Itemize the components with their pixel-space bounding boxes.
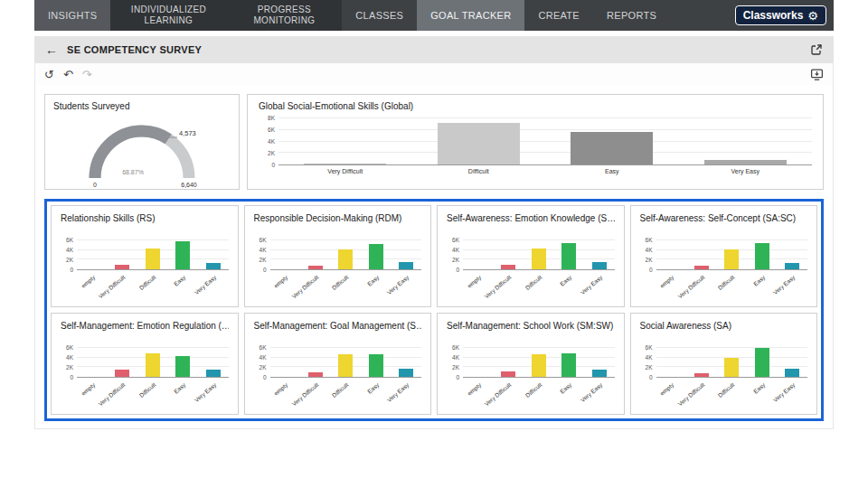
bar-easy[interactable]: [561, 243, 576, 269]
competency-card-self-concept[interactable]: Self-Awareness: Self-Concept (SA:SC) 6K4…: [630, 205, 818, 307]
bar-easy[interactable]: [369, 244, 383, 269]
bar-very-easy[interactable]: [785, 369, 799, 377]
bar-very-easy[interactable]: [704, 160, 787, 164]
bar-slot: [198, 236, 229, 269]
bar-difficult[interactable]: [724, 358, 739, 377]
x-tick-label: empty: [466, 274, 482, 289]
bar-very-easy[interactable]: [399, 262, 413, 269]
nav-goal-tracker[interactable]: GOAL TRACKER: [417, 0, 524, 31]
bar-very-difficult[interactable]: [308, 266, 323, 269]
card-title: Relationship Skills (RS): [61, 213, 229, 223]
bar-difficult[interactable]: [532, 354, 546, 377]
bar-very-easy[interactable]: [206, 370, 221, 377]
y-axis: 8K6K4K2K0: [259, 118, 278, 165]
competency-card-emotion-regulation[interactable]: Self-Management: Emotion Regulation (… 6…: [51, 313, 239, 415]
x-axis-labels: emptyVery DifficultDifficultEasyVery Eas…: [463, 378, 615, 401]
redo-icon[interactable]: ↷: [82, 69, 92, 80]
bar-easy[interactable]: [175, 241, 190, 269]
back-arrow-icon[interactable]: ←: [45, 42, 58, 57]
competency-bar-chart: 6K4K2K0emptyVery DifficultDifficultEasyV…: [254, 343, 422, 401]
bar-difficult[interactable]: [146, 249, 160, 269]
bar-very-difficult[interactable]: [694, 266, 709, 269]
x-axis-labels: emptyVery DifficultDifficultEasyVery Eas…: [270, 270, 422, 294]
selection-highlight: Relationship Skills (RS) 6K4K2K0emptyVer…: [44, 199, 824, 421]
bar-slot: [584, 343, 615, 377]
bar-very-difficult[interactable]: [115, 265, 129, 269]
competency-card-goal-management[interactable]: Self-Management: Goal Management (S… 6K4…: [244, 313, 432, 415]
y-tick-label: 2K: [646, 258, 653, 264]
bar-easy[interactable]: [175, 356, 190, 377]
open-in-new-icon[interactable]: [810, 43, 823, 56]
x-tick-label: empty: [659, 381, 675, 397]
bar-easy[interactable]: [755, 243, 769, 269]
classworks-logo-button[interactable]: Classworks ⚙: [735, 5, 826, 25]
bar-very-easy[interactable]: [785, 263, 799, 269]
y-tick-label: 6K: [66, 345, 73, 352]
bar-difficult[interactable]: [438, 123, 520, 164]
x-tick-label: Difficult: [524, 274, 543, 291]
bar-difficult[interactable]: [338, 354, 353, 377]
save-to-device-icon[interactable]: [810, 68, 824, 81]
reset-icon[interactable]: ↺: [44, 69, 54, 80]
bar-very-difficult[interactable]: [115, 370, 129, 377]
bar-easy[interactable]: [369, 354, 383, 377]
bar-very-difficult[interactable]: [694, 373, 709, 377]
y-tick-label: 4K: [646, 248, 653, 254]
summary-row: Students Surveyed 4,573 68.87% 0 6,640 G…: [44, 94, 824, 190]
x-tick-label: Very Difficult: [290, 381, 319, 408]
students-surveyed-card[interactable]: Students Surveyed 4,573 68.87% 0 6,640: [44, 94, 240, 190]
bar-very-difficult[interactable]: [304, 164, 386, 164]
x-tick-label: Easy: [173, 381, 187, 395]
nav-classes[interactable]: CLASSES: [342, 0, 417, 31]
y-axis: 6K4K2K0: [254, 236, 270, 270]
bar-very-difficult[interactable]: [501, 371, 515, 377]
nav-insights[interactable]: INSIGHTS: [34, 0, 110, 31]
card-title: Global Social-Emotional Skills (Global): [259, 101, 812, 111]
bar-very-easy[interactable]: [592, 262, 607, 269]
card-title: Self-Awareness: Emotion Knowledge (S…: [447, 213, 615, 223]
competency-card-school-work[interactable]: Self-Management: School Work (SM:SW) 6K4…: [437, 313, 625, 415]
bar-very-easy[interactable]: [206, 263, 221, 269]
undo-icon[interactable]: ↶: [63, 69, 73, 80]
y-tick-label: 2K: [66, 365, 73, 371]
competency-bar-chart: 6K4K2K0emptyVery DifficultDifficultEasyV…: [640, 236, 808, 294]
bar-slot: [494, 343, 524, 377]
nav-reports[interactable]: REPORTS: [593, 0, 670, 31]
y-tick-label: 6K: [66, 238, 73, 244]
x-tick-label: Easy: [752, 381, 767, 395]
nav-create[interactable]: CREATE: [524, 0, 593, 31]
x-axis-labels: emptyVery DifficultDifficultEasyVery Eas…: [656, 378, 808, 401]
bar-easy[interactable]: [755, 348, 769, 377]
global-skills-card[interactable]: Global Social-Emotional Skills (Global) …: [247, 94, 824, 190]
bar-very-difficult[interactable]: [308, 372, 323, 377]
x-tick-label: Very Difficult: [484, 381, 513, 408]
page-title: SE COMPETENCY SURVEY: [67, 44, 202, 55]
bar-difficult[interactable]: [532, 249, 546, 269]
plot-area: [656, 236, 808, 270]
bar-slot: [545, 118, 679, 164]
competency-card-emotion-knowledge[interactable]: Self-Awareness: Emotion Knowledge (S… 6K…: [437, 205, 625, 307]
x-tick-label: empty: [273, 274, 289, 289]
nav-individualized-learning[interactable]: INDIVIDUALIZED LEARNING: [110, 0, 226, 31]
competency-card-responsible-decision-making[interactable]: Responsible Decision-Making (RDM) 6K4K2K…: [244, 205, 432, 307]
bar-difficult[interactable]: [146, 353, 160, 377]
y-tick-label: 2K: [66, 258, 73, 264]
x-tick-label: Easy: [173, 274, 187, 287]
bar-easy[interactable]: [561, 353, 576, 377]
competency-card-relationship-skills[interactable]: Relationship Skills (RS) 6K4K2K0emptyVer…: [51, 205, 239, 307]
bar-very-easy[interactable]: [399, 369, 413, 377]
plot-area: [270, 236, 422, 270]
y-tick-label: 0: [456, 375, 459, 381]
x-tick-label: empty: [80, 274, 96, 289]
bar-very-difficult[interactable]: [501, 265, 515, 269]
nav-progress-monitoring[interactable]: PROGRESS MONITORING: [226, 0, 342, 31]
x-tick-label: Very Easy: [772, 381, 797, 403]
bar-very-easy[interactable]: [592, 370, 607, 377]
bar-easy[interactable]: [571, 132, 653, 164]
bar-difficult[interactable]: [338, 249, 353, 269]
competency-card-social-awareness[interactable]: Social Awareness (SA) 6K4K2K0emptyVery D…: [630, 313, 818, 415]
bar-slot: [524, 236, 554, 269]
bar-slot: [300, 343, 331, 377]
gauge-min-label: 0: [93, 182, 97, 188]
bar-difficult[interactable]: [724, 249, 739, 269]
